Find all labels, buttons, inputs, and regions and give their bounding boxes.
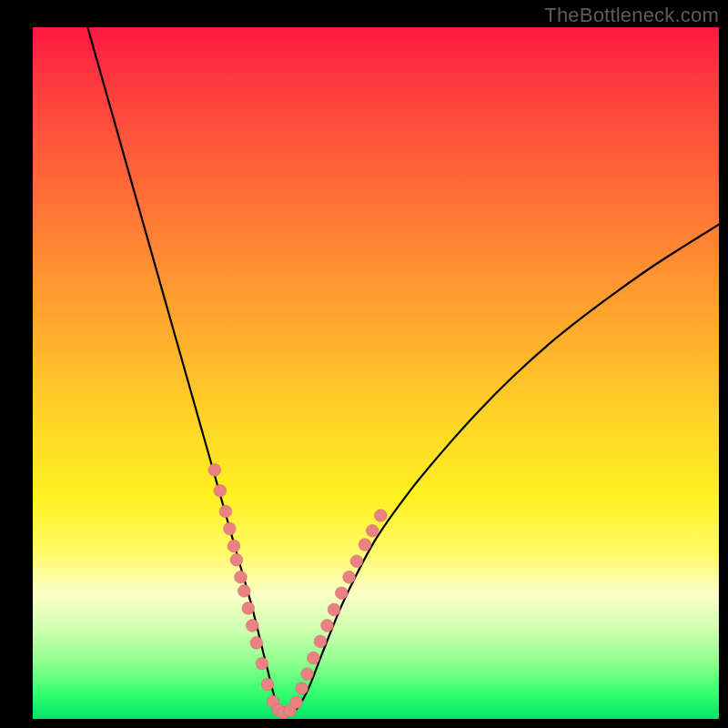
plot-area [33, 27, 719, 719]
highlight-dot [321, 620, 334, 632]
highlight-dot [328, 603, 340, 616]
curve-svg [33, 27, 719, 719]
highlight-dot [261, 678, 274, 691]
highlight-dot [256, 657, 268, 670]
highlight-dot [374, 510, 387, 522]
highlight-dot [246, 620, 258, 632]
highlight-dot [214, 484, 227, 497]
highlight-dot [290, 696, 303, 709]
highlight-dot [366, 524, 379, 537]
highlight-dot [308, 652, 320, 664]
highlight-dot [238, 585, 250, 598]
highlight-dot [359, 539, 371, 551]
highlight-dot [224, 522, 237, 535]
highlight-dot [314, 635, 327, 648]
highlight-dot [343, 571, 356, 583]
highlight-dot [336, 587, 349, 600]
highlight-dot [230, 553, 243, 566]
watermark-text: TheBottleneck.com [544, 4, 719, 27]
highlight-dot [350, 555, 363, 568]
highlight-dot [242, 602, 255, 615]
highlight-dot [228, 540, 240, 552]
highlight-dots [208, 464, 387, 719]
highlight-dot [235, 571, 248, 583]
highlight-dot [250, 637, 263, 650]
highlight-dot [208, 464, 221, 477]
chart-frame: TheBottleneck.com [0, 0, 728, 728]
highlight-dot [296, 682, 308, 695]
highlight-dot [301, 668, 314, 681]
bottleneck-curve [87, 27, 719, 717]
highlight-dot [219, 505, 232, 518]
